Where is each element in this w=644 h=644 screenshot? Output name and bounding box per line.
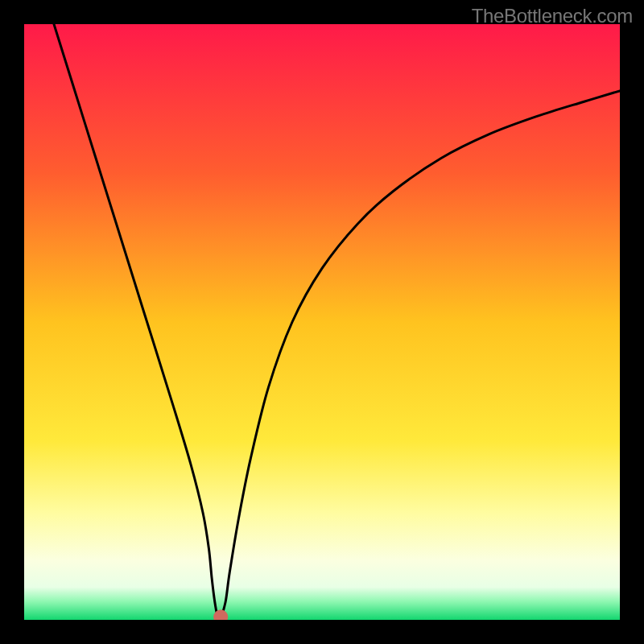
chart-frame — [24, 24, 620, 620]
watermark-text: TheBottleneck.com — [472, 5, 633, 27]
bottleneck-chart — [24, 24, 620, 620]
gradient-background — [24, 24, 620, 620]
